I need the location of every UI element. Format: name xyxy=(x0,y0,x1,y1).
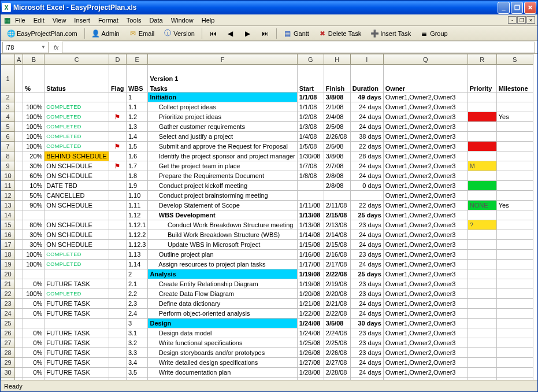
cell-A[interactable] xyxy=(15,338,23,348)
cell-owner[interactable]: Owner1,Owner2,Owner3 xyxy=(383,132,467,142)
cell-duration[interactable]: 24 days xyxy=(350,260,383,269)
cell-milestone[interactable]: Yes xyxy=(496,112,533,122)
cell-task[interactable]: Prioritize project ideas xyxy=(148,112,297,122)
table-row[interactable]: 230%FUTURE TASK2.3 Define data dictionar… xyxy=(1,299,533,309)
cell-duration[interactable]: 23 days xyxy=(350,220,383,230)
cell-owner[interactable]: Owner1,Owner2,Owner3 xyxy=(383,378,467,380)
table-row[interactable]: 280%FUTURE TASK3.3 Design storyboards an… xyxy=(1,348,533,358)
cell-owner[interactable]: Owner1,Owner2,Owner3 xyxy=(383,338,467,348)
cell-status[interactable]: BEHIND SCHEDULE xyxy=(44,151,109,161)
cell-status[interactable]: FUTURE TASK xyxy=(44,299,109,309)
row-header[interactable]: 23 xyxy=(1,299,15,309)
row-header[interactable]: 12 xyxy=(1,191,15,201)
cell-start[interactable]: 1/15/08 xyxy=(297,240,324,250)
cell-status[interactable]: FUTURE TASK xyxy=(44,328,109,338)
cell-priority[interactable] xyxy=(467,102,496,112)
cell-flag[interactable] xyxy=(109,378,126,380)
cell-flag[interactable]: ⚑ xyxy=(109,161,126,171)
cell-wbs[interactable]: 2.4 xyxy=(126,309,148,319)
cell-owner[interactable]: Owner1,Owner2,Owner3 xyxy=(383,230,467,240)
cell-task[interactable]: Write detailed design specifications xyxy=(148,358,297,368)
cell-flag[interactable] xyxy=(109,260,126,269)
cell-A[interactable] xyxy=(15,279,23,289)
cell-milestone[interactable] xyxy=(496,122,533,132)
cell-start[interactable]: 1/20/08 xyxy=(297,289,324,299)
row-header[interactable]: 9 xyxy=(1,161,15,171)
nav-first[interactable]: ⏮ xyxy=(205,27,221,40)
row-header[interactable]: 7 xyxy=(1,142,15,151)
cell-pct[interactable]: 0% xyxy=(23,299,44,309)
cell-duration[interactable]: 23 days xyxy=(350,328,383,338)
cell-owner[interactable]: Owner1,Owner2,Owner3 xyxy=(383,368,467,378)
table-row[interactable]: 290%FUTURE TASK3.4 Write detailed design… xyxy=(1,358,533,368)
cell-wbs[interactable]: 2.1 xyxy=(126,279,148,289)
table-row[interactable]: 31100%COMPLETED3.6 Write beta test plan1… xyxy=(1,378,533,380)
cell-milestone[interactable] xyxy=(496,289,533,299)
cell-task[interactable]: Conduct project brainstorming meeting xyxy=(148,191,297,201)
cell-milestone[interactable] xyxy=(496,269,533,279)
cell-finish[interactable]: 2/13/08 xyxy=(324,220,350,230)
cell-wbs[interactable]: 1.12.1 xyxy=(126,220,148,230)
table-row[interactable]: 22100%COMPLETED2.2 Create Data Flow Diag… xyxy=(1,289,533,299)
cell-duration[interactable]: 28 days xyxy=(350,151,383,161)
cell-flag[interactable]: ⚑ xyxy=(109,142,126,151)
cell-A[interactable] xyxy=(15,358,23,368)
app-icon[interactable]: ▦ xyxy=(3,16,11,24)
cell-status[interactable]: COMPLETED xyxy=(44,122,109,132)
cell-flag[interactable] xyxy=(109,279,126,289)
row-header[interactable]: 29 xyxy=(1,358,15,368)
cell-A[interactable] xyxy=(15,260,23,269)
cell-status[interactable]: FUTURE TASK xyxy=(44,358,109,368)
row-header[interactable]: 8 xyxy=(1,151,15,161)
cell-finish[interactable]: 2/29/08 xyxy=(324,378,350,380)
row-header[interactable]: 4 xyxy=(1,112,15,122)
cell-pct[interactable]: 30% xyxy=(23,161,44,171)
cell-duration[interactable]: 23 days xyxy=(350,338,383,348)
cell-task[interactable]: Create Entity Relationship Diagram xyxy=(148,279,297,289)
row-header[interactable]: 30 xyxy=(1,368,15,378)
cell-owner[interactable]: Owner1,Owner2,Owner3 xyxy=(383,122,467,132)
cell-start[interactable]: 1/7/08 xyxy=(297,161,324,171)
cell-task[interactable]: Create Data Flow Diagram xyxy=(148,289,297,299)
cell-wbs[interactable]: 1.14 xyxy=(126,260,148,269)
col-header-E[interactable]: E xyxy=(126,54,148,65)
cell-status[interactable]: ON SCHEDULE xyxy=(44,220,109,230)
cell-pct[interactable]: 30% xyxy=(23,230,44,240)
cell-finish[interactable]: 2/15/08 xyxy=(324,210,350,220)
cell-A[interactable] xyxy=(15,132,23,142)
hdr-pct[interactable]: % xyxy=(23,65,44,93)
hdr-wbs[interactable]: WBS xyxy=(126,65,148,93)
cell-duration[interactable]: 25 days xyxy=(350,269,383,279)
cell-flag[interactable] xyxy=(109,299,126,309)
cell-wbs[interactable]: 1.1 xyxy=(126,102,148,112)
cell-milestone[interactable] xyxy=(496,161,533,171)
cell-priority[interactable] xyxy=(467,319,496,328)
nav-prev[interactable]: ◀ xyxy=(222,27,239,40)
row-header[interactable]: 5 xyxy=(1,122,15,132)
cell-task[interactable]: Prepare the Requirements Document xyxy=(148,171,297,181)
cell-duration[interactable] xyxy=(350,191,383,201)
cell-status[interactable]: FUTURE TASK xyxy=(44,348,109,358)
group-button[interactable]: ≣Group xyxy=(416,27,452,40)
cell-flag[interactable] xyxy=(109,328,126,338)
cell-pct[interactable]: 0% xyxy=(23,358,44,368)
table-row[interactable]: 19100%COMPLETED1.14 Assign resources to … xyxy=(1,260,533,269)
cell-start[interactable]: 1/2/08 xyxy=(297,112,324,122)
col-header-D[interactable]: D xyxy=(109,54,126,65)
cell-finish[interactable]: 2/21/08 xyxy=(324,299,350,309)
cell-milestone[interactable] xyxy=(496,299,533,309)
hdr-flag[interactable]: Flag xyxy=(109,65,126,93)
cell-duration[interactable]: 24 days xyxy=(350,368,383,378)
cell-start[interactable]: 1/29/08 xyxy=(297,378,324,380)
cell-owner[interactable]: Owner1,Owner2,Owner3 xyxy=(383,348,467,358)
cell-priority[interactable] xyxy=(467,260,496,269)
cell-finish[interactable]: 2/24/08 xyxy=(324,328,350,338)
cell-owner[interactable]: Owner1,Owner2,Owner3 xyxy=(383,181,467,191)
name-box[interactable]: I78▼ xyxy=(2,42,49,53)
cell-task[interactable]: Collect project ideas xyxy=(148,102,297,112)
spreadsheet-grid[interactable]: ABCDEFGHIQRS 1%StatusFlagWBSVersion 1Tas… xyxy=(1,54,537,380)
cell-pct[interactable]: 0% xyxy=(23,309,44,319)
col-header-F[interactable]: F xyxy=(148,54,297,65)
column-headers[interactable]: ABCDEFGHIQRS xyxy=(1,54,533,65)
cell-pct[interactable] xyxy=(23,269,44,279)
